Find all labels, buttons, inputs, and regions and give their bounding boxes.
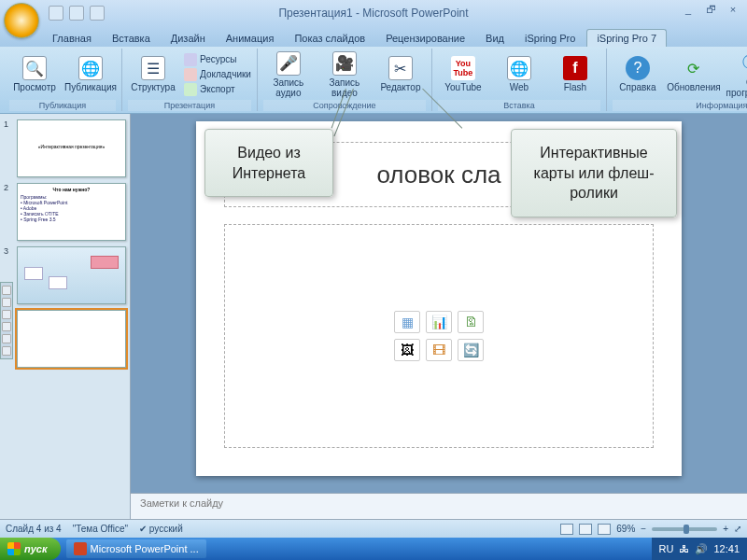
status-bar: Слайд 4 из 4 "Тема Office" ✔ русский 69%… bbox=[0, 519, 747, 538]
tool-icon[interactable] bbox=[2, 298, 11, 307]
magnifier-icon: 🔍 bbox=[22, 56, 47, 80]
insert-clipart-icon[interactable]: 🎞 bbox=[426, 339, 452, 361]
thumb-1[interactable]: 1 «Интерактивная презентация» bbox=[4, 119, 126, 177]
publish-button[interactable]: 🌐Публикация bbox=[65, 56, 116, 92]
group-label-publish: Публикация bbox=[9, 100, 116, 111]
content-placeholder-icons: ▦ 📊 🖻 🖼 🎞 🔄 bbox=[394, 311, 484, 361]
status-language[interactable]: ✔ русский bbox=[139, 524, 183, 534]
notes-pane[interactable]: Заметки к слайду bbox=[131, 493, 747, 519]
tool-icon[interactable] bbox=[2, 346, 11, 356]
tool-icon[interactable] bbox=[2, 334, 11, 343]
tool-icon[interactable] bbox=[2, 286, 11, 295]
view-sorter-button[interactable] bbox=[579, 524, 592, 535]
insert-chart-icon[interactable]: 📊 bbox=[426, 311, 452, 333]
ribbon-tabs: Главная Вставка Дизайн Анимация Показ сл… bbox=[0, 26, 747, 47]
minimize-button[interactable]: _ bbox=[680, 4, 697, 15]
ribbon-group-info: ?Справка ⟳Обновления ⓘО программе ✔Актив… bbox=[607, 49, 747, 111]
start-button[interactable]: пуск bbox=[0, 538, 61, 560]
tab-home[interactable]: Главная bbox=[43, 30, 101, 47]
insert-table-icon[interactable]: ▦ bbox=[394, 311, 420, 333]
help-button[interactable]: ?Справка bbox=[613, 56, 663, 92]
tab-ispring7[interactable]: iSpring Pro 7 bbox=[586, 29, 667, 47]
windows-logo-icon bbox=[7, 542, 21, 555]
ribbon-group-insert: YouTubeYouTube 🌐Web fFlash Вставка bbox=[432, 49, 607, 111]
tray-clock[interactable]: 12:41 bbox=[713, 543, 740, 554]
thumb-2[interactable]: 2 Что нам нужно?Программы: • Microsoft P… bbox=[4, 183, 126, 241]
tray-volume-icon[interactable]: 🔊 bbox=[695, 543, 708, 555]
zoom-level[interactable]: 69% bbox=[616, 524, 635, 534]
globe-arrow-icon: 🌐 bbox=[78, 56, 103, 80]
powerpoint-icon bbox=[74, 542, 87, 555]
web-button[interactable]: 🌐Web bbox=[494, 56, 544, 92]
group-label-info: Информация bbox=[613, 100, 747, 111]
editor-button[interactable]: ✂Редактор bbox=[375, 56, 426, 92]
save-icon[interactable] bbox=[49, 6, 63, 21]
help-icon: ? bbox=[626, 56, 650, 80]
status-theme: "Тема Office" bbox=[73, 524, 128, 534]
updates-button[interactable]: ⟳Обновления bbox=[669, 56, 719, 92]
tab-slideshow[interactable]: Показ слайдов bbox=[285, 30, 374, 47]
structure-button[interactable]: ☰Структура bbox=[128, 56, 178, 92]
tab-animation[interactable]: Анимация bbox=[217, 30, 284, 47]
thumb-3[interactable]: 3 bbox=[4, 246, 126, 304]
globe-icon: 🌐 bbox=[507, 56, 531, 80]
tab-review[interactable]: Рецензирование bbox=[376, 30, 474, 47]
thumb-4[interactable]: 4 bbox=[4, 310, 126, 368]
presenters-button[interactable]: Докладчики bbox=[184, 68, 251, 81]
zoom-slider[interactable] bbox=[652, 527, 717, 531]
quick-access-toolbar bbox=[49, 6, 105, 21]
ribbon: 🔍Просмотр 🌐Публикация Публикация ☰Структ… bbox=[0, 47, 747, 114]
view-normal-button[interactable] bbox=[560, 524, 573, 535]
group-label-presentation: Презентация bbox=[128, 100, 251, 111]
view-slideshow-button[interactable] bbox=[598, 524, 611, 535]
undo-icon[interactable] bbox=[69, 6, 84, 21]
insert-smartart-icon[interactable]: 🖻 bbox=[458, 311, 484, 333]
resources-button[interactable]: Ресурсы bbox=[184, 53, 251, 66]
tab-design[interactable]: Дизайн bbox=[162, 30, 215, 47]
annotation-callout-flash: Интерактивные карты или флеш-ролики bbox=[511, 129, 677, 217]
export-button[interactable]: Экспорт bbox=[184, 83, 251, 96]
annotation-callout-video: Видео из Интернета bbox=[204, 129, 333, 197]
tool-icon[interactable] bbox=[2, 310, 11, 319]
ribbon-group-publish: 🔍Просмотр 🌐Публикация Публикация bbox=[4, 49, 122, 111]
close-button[interactable]: × bbox=[725, 4, 741, 15]
preview-button[interactable]: 🔍Просмотр bbox=[9, 56, 60, 92]
insert-picture-icon[interactable]: 🖼 bbox=[394, 339, 420, 361]
slide-thumbnails-panel: 1 «Интерактивная презентация» 2 Что нам … bbox=[0, 114, 131, 519]
about-button[interactable]: ⓘО программе bbox=[725, 51, 747, 98]
camera-icon: 🎥 bbox=[332, 51, 357, 76]
info-icon: ⓘ bbox=[738, 51, 747, 76]
rec-audio-button[interactable]: 🎤Запись аудио bbox=[263, 51, 314, 98]
insert-media-icon[interactable]: 🔄 bbox=[458, 339, 484, 361]
tool-icon[interactable] bbox=[2, 322, 11, 331]
slide-content-placeholder[interactable]: ▦ 📊 🖻 🖼 🎞 🔄 bbox=[224, 224, 654, 448]
scissors-icon: ✂ bbox=[388, 56, 413, 80]
office-button[interactable] bbox=[4, 3, 39, 38]
group-label-insert: Вставка bbox=[438, 100, 600, 111]
youtube-button[interactable]: YouTubeYouTube bbox=[438, 56, 488, 92]
tab-view[interactable]: Вид bbox=[476, 30, 514, 47]
person-icon bbox=[184, 68, 197, 81]
tray-lang[interactable]: RU bbox=[659, 543, 674, 554]
tab-insert[interactable]: Вставка bbox=[103, 30, 160, 47]
redo-icon[interactable] bbox=[90, 6, 105, 21]
youtube-icon: YouTube bbox=[451, 56, 475, 80]
status-slide-count: Слайд 4 из 4 bbox=[6, 524, 62, 534]
flash-button[interactable]: fFlash bbox=[550, 56, 600, 92]
list-icon: ☰ bbox=[141, 56, 165, 80]
ribbon-group-presentation: ☰Структура Ресурсы Докладчики Экспорт Пр… bbox=[122, 49, 258, 111]
mini-toolbar[interactable] bbox=[0, 282, 13, 359]
fit-to-window-button[interactable]: ⤢ bbox=[734, 524, 741, 534]
system-tray: RU 🖧 🔊 12:41 bbox=[652, 538, 747, 560]
export-icon bbox=[184, 83, 197, 96]
mic-icon: 🎤 bbox=[276, 51, 301, 76]
restore-button[interactable]: 🗗 bbox=[702, 4, 719, 15]
zoom-out-button[interactable]: − bbox=[641, 524, 646, 534]
window-title: Презентация1 - Microsoft PowerPoint bbox=[0, 7, 747, 20]
ribbon-group-narration: 🎤Запись аудио 🎥Запись видео ✂Редактор Со… bbox=[258, 49, 432, 111]
flash-icon: f bbox=[563, 56, 587, 80]
taskbar-app-powerpoint[interactable]: Microsoft PowerPoint ... bbox=[66, 539, 206, 558]
tab-ispring[interactable]: iSpring Pro bbox=[515, 30, 585, 47]
zoom-in-button[interactable]: + bbox=[723, 524, 728, 534]
tray-network-icon[interactable]: 🖧 bbox=[679, 543, 689, 554]
